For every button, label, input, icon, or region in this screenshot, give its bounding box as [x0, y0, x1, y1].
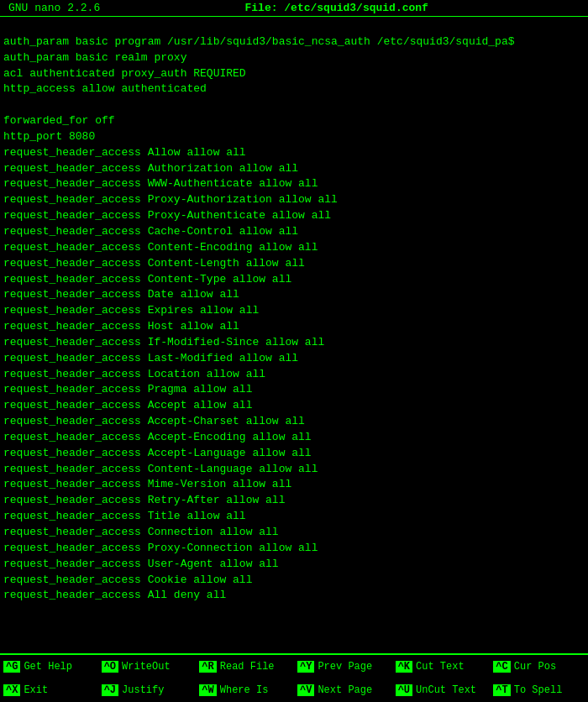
editor-line: forwarded_for off [3, 113, 585, 129]
editor-line: request_header_access Accept-Charset all… [3, 414, 585, 430]
editor-line: request_header_access Proxy-Authenticate… [3, 208, 585, 224]
shortcut-item[interactable]: ^OWriteOut [98, 655, 197, 678]
editor-line [3, 97, 585, 113]
file-name: File: /etc/squid3/squid.conf [244, 2, 428, 14]
shortcut-item[interactable]: ^YPrev Page [294, 655, 392, 678]
shortcut-label: Read File [220, 661, 275, 673]
editor-line: request_header_access Accept-Encoding al… [3, 430, 585, 446]
shortcut-key: ^Y [297, 661, 314, 673]
shortcut-item[interactable]: ^KCut Text [392, 655, 491, 678]
editor-line: http_port 8080 [3, 129, 585, 145]
shortcut-label: To Spell [514, 684, 563, 696]
editor-line: request_header_access Proxy-Authorizatio… [3, 192, 585, 208]
title-bar: GNU nano 2.2.6 File: /etc/squid3/squid.c… [0, 0, 588, 17]
shortcut-item[interactable]: ^GGet Help [0, 655, 98, 678]
editor-line: request_header_access Mime-Version allow… [3, 477, 585, 493]
shortcut-item[interactable]: ^VNext Page [294, 678, 392, 702]
editor-line: request_header_access If-Modified-Since … [3, 335, 585, 351]
editor-line: request_header_access All deny all [3, 588, 585, 604]
shortcut-label: Cur Pos [514, 661, 556, 673]
shortcut-key: ^T [493, 684, 510, 696]
shortcut-key: ^R [199, 661, 216, 673]
editor-line: request_header_access Proxy-Connection a… [3, 541, 585, 557]
shortcut-item[interactable]: ^XExit [0, 678, 98, 702]
shortcut-key: ^J [102, 684, 118, 696]
editor-line: request_header_access Content-Type allow… [3, 272, 585, 288]
shortcut-label: Justify [122, 684, 164, 696]
editor-line: request_header_access Host allow all [3, 319, 585, 335]
shortcut-label: WriteOut [122, 661, 171, 673]
editor-line: acl authenticated proxy_auth REQUIRED [3, 66, 585, 82]
editor-line: request_header_access Last-Modified allo… [3, 351, 585, 367]
shortcut-label: Where Is [220, 684, 269, 696]
editor-line: request_header_access Retry-After allow … [3, 493, 585, 509]
shortcut-key: ^K [396, 661, 412, 673]
editor-line: request_header_access Title allow all [3, 509, 585, 525]
editor-line: request_header_access Authorization allo… [3, 161, 585, 177]
shortcut-key: ^V [297, 684, 314, 696]
shortcut-item[interactable]: ^RRead File [196, 655, 294, 678]
shortcut-bar: ^GGet Help^OWriteOut^RRead File^YPrev Pa… [0, 655, 588, 702]
shortcut-key: ^C [493, 661, 510, 673]
shortcut-label: Get Help [24, 661, 72, 673]
editor-line: request_header_access Location allow all [3, 367, 585, 383]
editor-line: request_header_access Pragma allow all [3, 382, 585, 398]
shortcut-label: Exit [24, 684, 48, 696]
shortcut-key: ^G [3, 661, 20, 673]
shortcut-label: Next Page [318, 684, 372, 696]
shortcut-label: Cut Text [416, 661, 465, 673]
editor-line: http_access allow authenticated [3, 81, 585, 97]
shortcut-item[interactable]: ^UUnCut Text [392, 678, 491, 702]
shortcut-item[interactable]: ^TTo Spell [490, 678, 588, 702]
shortcut-key: ^W [199, 684, 216, 696]
editor-line: request_header_access Cache-Control allo… [3, 224, 585, 240]
editor-area[interactable]: auth_param basic program /usr/lib/squid3… [0, 17, 588, 648]
editor-line: request_header_access Connection allow a… [3, 525, 585, 541]
shortcut-label: UnCut Text [416, 684, 476, 696]
editor-line: auth_param basic program /usr/lib/squid3… [3, 34, 585, 50]
editor-line: request_header_access Accept-Language al… [3, 446, 585, 462]
editor-line: auth_param basic realm proxy [3, 50, 585, 66]
shortcut-item[interactable]: ^JJustify [98, 678, 197, 702]
editor-line: request_header_access Cookie allow all [3, 573, 585, 589]
title-right [573, 2, 580, 14]
editor-line: request_header_access WWW-Authenticate a… [3, 176, 585, 192]
editor-line: request_header_access Accept allow all [3, 398, 585, 414]
shortcut-item[interactable]: ^CCur Pos [490, 655, 588, 678]
editor-line: request_header_access Content-Language a… [3, 462, 585, 478]
shortcut-item[interactable]: ^WWhere Is [196, 678, 294, 702]
editor-line: request_header_access Expires allow all [3, 303, 585, 319]
shortcut-label: Prev Page [318, 661, 372, 673]
shortcut-key: ^X [3, 684, 20, 696]
editor-line: request_header_access Allow allow all [3, 145, 585, 161]
editor-line: request_header_access Content-Encoding a… [3, 240, 585, 256]
editor-line: request_header_access Content-Length all… [3, 256, 585, 272]
app-name: GNU nano 2.2.6 [8, 2, 100, 14]
shortcut-key: ^U [396, 684, 412, 696]
shortcut-key: ^O [102, 661, 118, 673]
editor-line: request_header_access Date allow all [3, 287, 585, 303]
editor-line: request_header_access User-Agent allow a… [3, 557, 585, 573]
